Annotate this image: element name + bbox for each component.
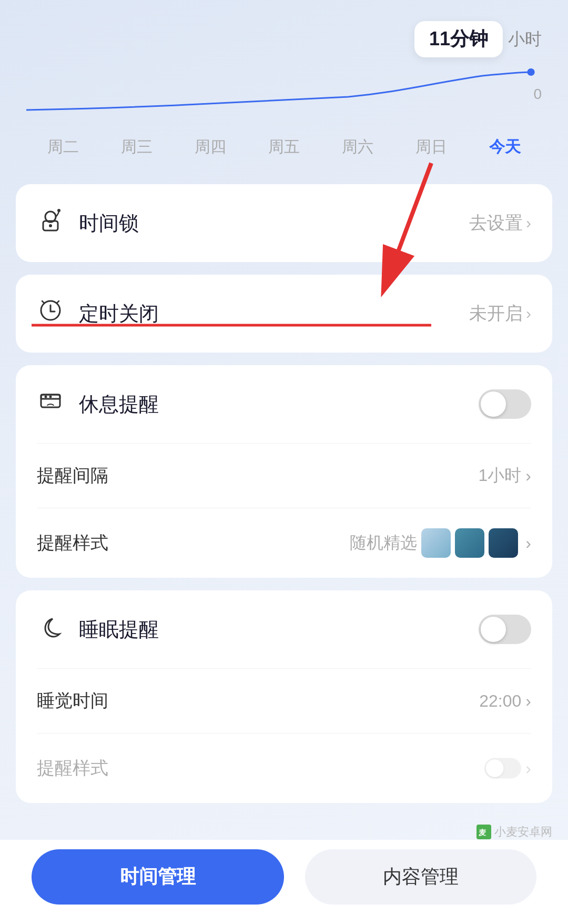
style-label: 提醒样式 xyxy=(37,531,108,555)
zero-label: 0 xyxy=(533,86,542,103)
time-lock-row[interactable]: 时间锁 去设置 › xyxy=(16,184,552,262)
time-bubble: 11分钟 xyxy=(414,21,503,57)
sleep-time-label: 睡觉时间 xyxy=(37,689,108,713)
sleep-style-chevron: › xyxy=(525,759,531,778)
day-today: 今天 xyxy=(489,136,521,158)
sleep-time-value: 22:00 xyxy=(479,691,521,711)
style-chevron: › xyxy=(525,534,531,553)
scheduled-off-card[interactable]: 定时关闭 未开启 › xyxy=(16,275,552,353)
time-label-row: 11分钟 小时 xyxy=(26,21,542,57)
watermark: 麦 小麦安卓网 xyxy=(476,824,552,840)
thumb-1 xyxy=(421,528,451,558)
thumb-group xyxy=(421,528,518,558)
time-lock-chevron: › xyxy=(526,214,531,232)
days-row: 周二 周三 周四 周五 周六 周日 今天 xyxy=(26,126,542,174)
svg-point-9 xyxy=(49,396,52,398)
watermark-text: 小麦安卓网 xyxy=(494,824,552,840)
cards-container: 时间锁 去设置 › xyxy=(0,184,568,803)
time-unit: 小时 xyxy=(508,28,542,51)
usage-chart xyxy=(26,68,542,120)
time-lock-left: 时间锁 xyxy=(37,206,139,240)
thumb-3 xyxy=(489,528,518,558)
style-value: 随机精选 xyxy=(350,531,417,555)
time-lock-action[interactable]: 去设置 › xyxy=(469,211,531,235)
day-sat: 周日 xyxy=(415,136,447,158)
scheduled-off-icon xyxy=(37,297,64,330)
sleep-style-value-group[interactable]: › xyxy=(469,754,531,783)
scheduled-off-left: 定时关闭 xyxy=(37,297,159,330)
scheduled-off-action[interactable]: 未开启 › xyxy=(469,302,531,326)
scheduled-off-title: 定时关闭 xyxy=(79,300,159,327)
tab-time-management[interactable]: 时间管理 xyxy=(32,849,284,905)
rest-reminder-toggle[interactable] xyxy=(479,389,531,419)
interval-value: 1小时 xyxy=(479,464,522,487)
chart-area: 11分钟 小时 0 周二 周三 周四 周五 周六 周日 今天 xyxy=(0,0,568,184)
scheduled-off-chevron: › xyxy=(526,305,531,323)
time-lock-action-label: 去设置 xyxy=(469,211,523,235)
rest-reminder-title: 休息提醒 xyxy=(79,391,159,418)
sleep-time-row[interactable]: 睡觉时间 22:00 › xyxy=(16,669,552,733)
bottom-tab-bar: 时间管理 内容管理 xyxy=(0,840,568,924)
sleep-reminder-title: 睡眠提醒 xyxy=(79,616,159,643)
sleep-reminder-icon xyxy=(37,612,64,646)
day-wed: 周四 xyxy=(195,136,226,158)
svg-point-8 xyxy=(45,396,47,398)
rest-reminder-icon xyxy=(37,387,64,421)
time-lock-card[interactable]: 时间锁 去设置 › xyxy=(16,184,552,262)
svg-point-0 xyxy=(527,68,534,76)
style-row[interactable]: 提醒样式 随机精选 › xyxy=(16,508,552,578)
sleep-style-toggle[interactable] xyxy=(484,758,521,778)
day-thu: 周五 xyxy=(268,136,300,158)
svg-text:麦: 麦 xyxy=(479,828,486,837)
interval-chevron: › xyxy=(525,466,531,486)
sleep-reminder-card: 睡眠提醒 睡觉时间 22:00 › 提醒样式 › xyxy=(16,590,552,803)
sleep-reminder-left: 睡眠提醒 xyxy=(37,612,159,646)
interval-label: 提醒间隔 xyxy=(37,464,108,488)
day-fri: 周六 xyxy=(342,136,373,158)
interval-row[interactable]: 提醒间隔 1小时 › xyxy=(16,444,552,508)
rest-reminder-card: 休息提醒 提醒间隔 1小时 › 提醒样式 随机精选 xyxy=(16,365,552,578)
interval-value-group[interactable]: 1小时 › xyxy=(479,464,531,487)
sleep-reminder-header-row[interactable]: 睡眠提醒 xyxy=(16,590,552,668)
rest-reminder-left: 休息提醒 xyxy=(37,387,159,421)
svg-point-3 xyxy=(49,224,52,227)
tab-content-management[interactable]: 内容管理 xyxy=(305,849,536,905)
sleep-reminder-toggle[interactable] xyxy=(479,615,531,644)
sleep-time-value-group[interactable]: 22:00 › xyxy=(479,691,531,711)
day-mon: 周二 xyxy=(47,136,79,158)
sleep-style-row[interactable]: 提醒样式 › xyxy=(16,734,552,803)
style-value-group[interactable]: 随机精选 › xyxy=(350,528,531,558)
thumb-2 xyxy=(455,528,484,558)
scheduled-off-row[interactable]: 定时关闭 未开启 › xyxy=(16,275,552,353)
time-lock-title: 时间锁 xyxy=(79,210,139,237)
time-lock-icon xyxy=(37,206,64,240)
rest-reminder-header-row[interactable]: 休息提醒 xyxy=(16,365,552,443)
day-tue: 周三 xyxy=(121,136,153,158)
sleep-time-chevron: › xyxy=(525,691,531,711)
sleep-style-label: 提醒样式 xyxy=(37,756,108,780)
scheduled-off-action-label: 未开启 xyxy=(469,302,523,326)
svg-point-4 xyxy=(57,209,60,212)
chart-line-container: 0 xyxy=(26,68,542,120)
watermark-icon: 麦 xyxy=(476,825,491,839)
